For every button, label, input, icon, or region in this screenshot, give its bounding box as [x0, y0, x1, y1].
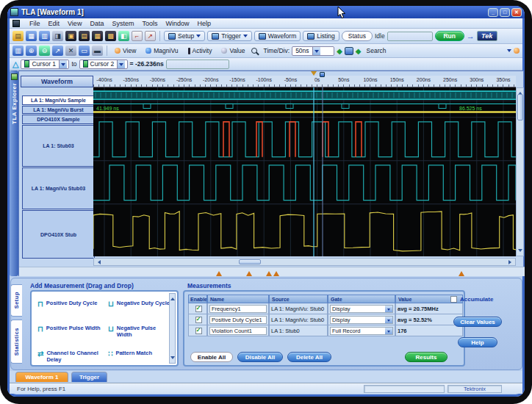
tab-setup[interactable]: Setup: [10, 284, 22, 317]
scroll-down-icon[interactable]: [518, 249, 522, 254]
measurement-type-item[interactable]: ⊓ Positive Duty Cycle: [37, 300, 101, 308]
child-window-icon[interactable]: [12, 20, 20, 27]
goto-tile-icon[interactable]: [345, 47, 353, 55]
measurement-type-item[interactable]: ⊔ Negative Duty Cycle: [108, 300, 171, 308]
table-header-cell[interactable]: Name: [207, 295, 269, 303]
vertical-scrollbar[interactable]: [516, 87, 524, 256]
split-view-icon[interactable]: ▥: [12, 46, 24, 56]
help-bulb-icon[interactable]: [514, 48, 520, 54]
gate-dropdown-icon[interactable]: [385, 317, 392, 323]
zoom-out-icon[interactable]: ⊖: [39, 46, 50, 56]
prev-diamond-icon[interactable]: ◆: [337, 47, 342, 55]
waveform-row-label[interactable]: LA 1: MagniVu Sample: [22, 95, 95, 105]
enable-all-button[interactable]: Enable All: [190, 352, 233, 362]
measurement-type-item[interactable]: ⊓ Positive Pulse Width: [37, 325, 101, 333]
waveform-row-label[interactable]: LA 1: MagniVu Stub03: [22, 167, 95, 209]
table-header-cell[interactable]: Gate: [328, 295, 395, 303]
accumulate-option[interactable]: Accumulate: [450, 296, 493, 303]
next-diamond-icon[interactable]: ◆: [356, 47, 362, 55]
paste-icon[interactable]: ▬: [92, 46, 103, 56]
status-button[interactable]: Status: [342, 31, 373, 41]
magnivu-toggle[interactable]: MagniVu: [142, 46, 181, 55]
run-button[interactable]: Run: [435, 31, 464, 41]
tab-waveform-1[interactable]: Waveform 1: [15, 372, 68, 382]
key-icon[interactable]: ⌐: [132, 31, 143, 41]
vertical-scroll-thumb[interactable]: [517, 94, 523, 120]
maximize-button[interactable]: □: [500, 8, 510, 17]
listing-button[interactable]: Listing: [303, 31, 339, 41]
waveform-row-label[interactable]: LA 1: MagniVu Burst: [22, 106, 95, 114]
trigger-marker-icon[interactable]: [311, 71, 317, 79]
source-window-icon[interactable]: ▩: [105, 31, 116, 41]
add-measurement-scrollbar[interactable]: [169, 293, 176, 364]
view-toggle[interactable]: View: [111, 46, 140, 55]
menu-item[interactable]: Help: [197, 20, 211, 27]
listing-window-icon[interactable]: ▤: [79, 31, 90, 41]
gate-dropdown-icon[interactable]: [385, 328, 392, 334]
menu-item[interactable]: Tools: [142, 20, 157, 27]
waveform-row-label[interactable]: LA 1: Stub03: [22, 125, 95, 167]
gate-select[interactable]: Full Record: [330, 327, 393, 335]
cursor1-select[interactable]: Cursor 1: [21, 59, 69, 69]
waveform-marker-icon[interactable]: [246, 268, 252, 276]
table-header-cell[interactable]: Enable: [188, 295, 207, 303]
enable-checkbox[interactable]: ✓: [195, 317, 202, 323]
save-icon[interactable]: ▦: [26, 31, 37, 41]
search-dropdown-icon[interactable]: [507, 49, 511, 54]
enable-checkbox[interactable]: ✓: [195, 306, 202, 312]
name-field[interactable]: Frequency1: [209, 305, 267, 313]
name-field[interactable]: Violation Count1: [209, 327, 267, 335]
snapshot-icon[interactable]: ◨: [52, 31, 63, 41]
accumulate-checkbox[interactable]: [450, 296, 457, 303]
waveform-marker-icon[interactable]: [216, 268, 222, 276]
menu-item[interactable]: Data: [90, 20, 104, 27]
cursor-marker-icon[interactable]: [320, 72, 325, 77]
source-cell[interactable]: LA 1: MagniVu: Stub0: [269, 314, 328, 325]
setup-button[interactable]: Setup: [164, 31, 205, 41]
open-icon[interactable]: ▤: [12, 31, 24, 41]
disable-all-button[interactable]: Disable All: [237, 352, 283, 362]
timediv-dropdown-icon[interactable]: [312, 47, 320, 55]
name-field[interactable]: Positive Duty Cycle1: [209, 316, 267, 324]
waveform-column-header[interactable]: Waveform: [21, 76, 93, 87]
waveform-marker-icon[interactable]: [266, 268, 272, 276]
horizontal-scrollbar[interactable]: [93, 258, 516, 266]
waveform-window-icon[interactable]: ▦: [92, 31, 103, 41]
table-header-cell[interactable]: Source: [269, 295, 328, 303]
horizontal-scroll-thumb[interactable]: [239, 259, 261, 264]
waveform-row-label[interactable]: DPO410X Sample: [22, 115, 95, 124]
cut-icon[interactable]: ✕: [65, 46, 76, 56]
clear-values-button[interactable]: Clear Values: [453, 317, 502, 327]
close-button[interactable]: ✕: [511, 8, 522, 17]
menu-item[interactable]: View: [68, 20, 82, 27]
source-cell[interactable]: LA 1: Stub0: [269, 325, 328, 336]
scroll-right-icon[interactable]: [508, 260, 514, 264]
time-ruler[interactable]: -400ns-350ns-300ns-250ns-200ns-150ns-100…: [93, 76, 516, 87]
waveform-button[interactable]: Waveform: [254, 31, 301, 41]
setup-window-icon[interactable]: ▣: [65, 31, 76, 41]
pointer-icon[interactable]: ↗: [145, 31, 156, 41]
zoom-in-icon[interactable]: ⊕: [26, 46, 37, 56]
gate-dropdown-icon[interactable]: [385, 306, 392, 312]
copy-icon[interactable]: ▭: [79, 46, 90, 56]
magnifier-icon[interactable]: [251, 48, 257, 54]
color-palette-icon[interactable]: ◧: [118, 31, 129, 41]
enable-checkbox[interactable]: ✓: [195, 328, 202, 334]
search-label[interactable]: Search: [367, 47, 387, 54]
menu-item[interactable]: Edit: [48, 20, 60, 27]
measurement-type-item[interactable]: ⊔ Negative Pulse Width: [108, 325, 171, 338]
source-cell[interactable]: LA 1: MagniVu: Stub0: [269, 303, 328, 314]
measurement-type-item[interactable]: ⇄ Channel to Channel Delay: [37, 350, 101, 363]
waveform-row-label[interactable]: DPO410X Stub: [22, 210, 95, 259]
gate-select[interactable]: Display: [330, 305, 393, 313]
tab-statistics[interactable]: Statistics: [10, 320, 22, 364]
waveform-marker-icon[interactable]: [459, 268, 464, 276]
tla-explorer-strip[interactable]: TLA Explorer: [10, 71, 18, 276]
menu-item[interactable]: System: [112, 20, 134, 27]
scroll-left-icon[interactable]: [96, 260, 101, 264]
cursor2-select[interactable]: Cursor 2: [79, 59, 128, 69]
measurement-type-item[interactable]: ∷ Pattern Match: [108, 350, 171, 358]
timediv-select[interactable]: 50ns: [292, 46, 334, 56]
help-button[interactable]: Help: [458, 337, 497, 347]
waveform-plot[interactable]: 41.949 ns86.525 ns: [93, 87, 516, 256]
